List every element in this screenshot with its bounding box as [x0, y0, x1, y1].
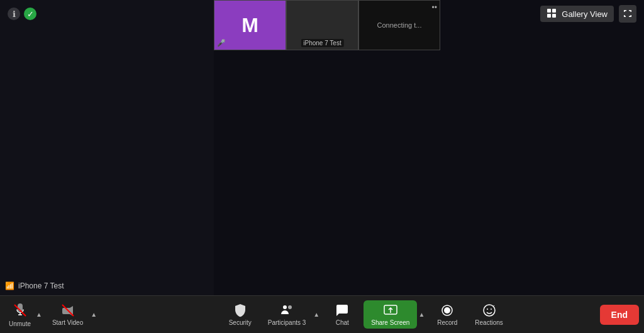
chat-label: Chat [336, 319, 349, 326]
participants-arrow-button[interactable]: ▲ [312, 311, 321, 318]
start-video-label: Start Video [52, 319, 83, 326]
unmute-icon-container [11, 302, 29, 319]
security-label: Security [229, 319, 252, 326]
mic-muted-icon [13, 303, 28, 318]
security-check-icon[interactable]: ✓ [24, 8, 36, 20]
svg-point-9 [444, 307, 450, 314]
svg-rect-3 [552, 14, 556, 18]
start-video-group: Start Video ▲ [46, 300, 98, 329]
thumbnail-iphone[interactable]: iPhone 7 Test [286, 0, 358, 50]
avatar-letter: M [242, 14, 258, 37]
start-video-button[interactable]: Start Video [46, 300, 89, 329]
toolbar-right: End [600, 305, 639, 325]
share-screen-group: Share Screen ▲ [364, 300, 426, 329]
share-arrow-button[interactable]: ▲ [417, 311, 426, 318]
svg-rect-2 [547, 14, 551, 18]
gallery-view-button[interactable]: Gallery View [540, 6, 614, 22]
svg-rect-0 [547, 9, 551, 13]
share-screen-label: Share Screen [371, 319, 409, 326]
shield-icon [233, 303, 248, 318]
record-button[interactable]: Record [428, 300, 466, 329]
more-options-dots[interactable]: •• [432, 3, 437, 12]
svg-point-12 [487, 308, 488, 310]
reactions-icon [482, 303, 497, 318]
svg-point-7 [288, 305, 292, 309]
signal-icon: 📶 [5, 281, 14, 290]
camera-off-icon [60, 303, 75, 318]
unmute-arrow-button[interactable]: ▲ [35, 311, 43, 318]
top-bar: Gallery View [533, 0, 644, 28]
connecting-label: Connecting t... [377, 21, 422, 29]
mic-icon: 🎤 [217, 39, 226, 47]
chat-icon [335, 303, 350, 318]
toolbar-center: Security Participants 3 ▲ Cha [131, 300, 600, 329]
svg-point-6 [283, 305, 287, 309]
svg-rect-1 [552, 9, 556, 13]
info-icons: ℹ ✓ [8, 8, 36, 20]
local-user-info: 📶 iPhone 7 Test [5, 281, 64, 290]
unmute-label: Unmute [9, 320, 31, 327]
grid-icon [547, 8, 558, 19]
left-panel: ℹ ✓ [0, 0, 214, 295]
thumbnail-m[interactable]: M 🎤 [214, 0, 286, 50]
thumbnail-connecting[interactable]: Connecting t... •• [358, 0, 440, 50]
participants-icon [279, 303, 294, 318]
toolbar: Unmute ▲ Start Video ▲ Security [0, 295, 644, 333]
reactions-label: Reactions [475, 319, 502, 326]
participants-group: Participants 3 ▲ [262, 300, 321, 329]
participants-button[interactable]: Participants 3 [262, 300, 313, 329]
chat-button[interactable]: Chat [323, 300, 361, 329]
record-label: Record [437, 319, 457, 326]
thumb-iphone-label: iPhone 7 Test [301, 39, 343, 47]
video-arrow-button[interactable]: ▲ [89, 311, 98, 318]
info-icon[interactable]: ℹ [8, 8, 20, 20]
share-screen-icon [383, 303, 398, 318]
security-button[interactable]: Security [221, 300, 259, 329]
gallery-view-label: Gallery View [562, 9, 608, 19]
fullscreen-button[interactable] [619, 5, 636, 23]
reactions-button[interactable]: Reactions [469, 300, 509, 329]
local-user-name: iPhone 7 Test [18, 281, 64, 290]
record-icon [440, 303, 455, 318]
unmute-button[interactable]: Unmute [5, 299, 35, 330]
fullscreen-icon [623, 9, 632, 18]
unmute-group: Unmute ▲ [5, 299, 43, 330]
svg-point-13 [491, 308, 492, 310]
end-button[interactable]: End [600, 305, 639, 325]
share-screen-button[interactable]: Share Screen [364, 300, 417, 329]
thumbnails-row: M 🎤 iPhone 7 Test Connecting t... •• [214, 0, 440, 50]
toolbar-left: Unmute ▲ Start Video ▲ [5, 299, 131, 330]
participants-label: Participants 3 [268, 319, 306, 326]
